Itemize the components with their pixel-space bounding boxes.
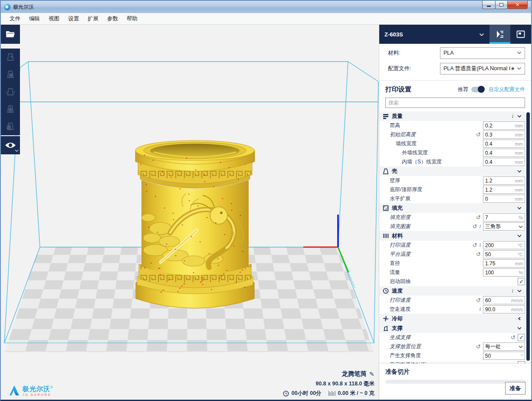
reset-icon[interactable]: ↺ xyxy=(476,251,481,257)
reset-icon[interactable]: ↺ xyxy=(473,224,477,229)
setting-input[interactable]: 200°C xyxy=(483,241,525,249)
chevron-down-icon[interactable] xyxy=(15,146,19,154)
printer-selector[interactable]: Z-603S xyxy=(379,25,489,44)
profile-label: 配置文件: xyxy=(388,65,411,72)
section-header-support[interactable]: 支撑 xyxy=(379,323,525,333)
menu-bar: 文件编辑视图设置扩展参数帮助 xyxy=(1,13,531,25)
section-header-speed[interactable]: 速度i xyxy=(379,286,525,296)
setting-row: 流量100% xyxy=(379,268,525,277)
chevron-down-icon[interactable] xyxy=(517,170,522,173)
section-header-cooling[interactable]: 冷却 xyxy=(379,314,525,323)
material-select[interactable]: PLA xyxy=(440,47,525,59)
window-title: 极光尔沃 xyxy=(13,3,34,11)
tool-move-button[interactable] xyxy=(1,49,20,66)
setting-input[interactable]: 90.0mm/s xyxy=(483,305,525,313)
menu-item-4[interactable]: 扩展 xyxy=(83,13,103,25)
menu-item-3[interactable]: 设置 xyxy=(64,13,83,25)
chevron-left-icon[interactable] xyxy=(517,317,522,320)
setting-row: 直径1.75mm xyxy=(379,259,525,268)
chevron-down-icon xyxy=(517,51,522,55)
setting-input[interactable]: 100% xyxy=(483,268,525,277)
setting-row: 墙线宽度0.4mm xyxy=(379,139,525,148)
setting-label: 空走速度 xyxy=(379,306,410,313)
setting-input[interactable]: 0.4mm xyxy=(483,149,525,157)
reset-icon[interactable]: ↺ xyxy=(476,344,481,349)
section-header-material[interactable]: 材料 xyxy=(379,231,525,241)
reset-icon[interactable]: ↺ xyxy=(511,335,516,340)
maximize-button[interactable] xyxy=(495,1,508,9)
open-file-button[interactable] xyxy=(1,25,20,43)
setting-input[interactable]: 7% xyxy=(483,213,525,222)
setting-row: 外墙线宽度0.4mm xyxy=(379,148,525,157)
edit-name-icon[interactable]: ✎ xyxy=(369,371,374,378)
menu-item-1[interactable]: 编辑 xyxy=(25,13,44,25)
info-icon[interactable]: i xyxy=(512,113,513,120)
profile-select[interactable]: PLA 普通质量(PLA Normal Qua ★ xyxy=(440,63,525,75)
reset-icon[interactable]: ↺ xyxy=(476,215,481,220)
panel-header: Z-603S xyxy=(379,25,531,44)
setting-input[interactable]: 0.4mm xyxy=(483,140,525,148)
setting-input[interactable]: 1.2mm xyxy=(483,186,525,194)
viewport-3d[interactable]: 极光尔沃® JG AURORA 龙腾笔筒 ✎ 90.8 x 90.8 x 118… xyxy=(1,25,379,400)
setting-checkbox[interactable]: ✓ xyxy=(518,334,525,341)
recommended-toggle[interactable] xyxy=(471,87,484,92)
setting-input[interactable]: 1.75mm xyxy=(483,259,525,267)
setting-input[interactable]: 0mm xyxy=(483,195,525,203)
print-settings-header: 打印设置 推荐 自定义配置文件 xyxy=(379,81,531,97)
tab-prepare-slice[interactable] xyxy=(489,25,510,44)
reset-icon[interactable]: ↺ xyxy=(473,242,477,248)
info-icon[interactable]: i xyxy=(479,306,481,313)
setting-input[interactable]: 60mm/s xyxy=(483,296,525,304)
print-settings-title: 打印设置 xyxy=(385,85,458,94)
tab-preview[interactable] xyxy=(510,25,531,44)
material-label: 材料: xyxy=(388,49,400,57)
setting-dropdown[interactable]: 每一处 xyxy=(483,342,525,351)
setting-input[interactable]: 0.4mm xyxy=(483,158,525,166)
model-info: 龙腾笔筒 ✎ 90.8 x 90.8 x 118.0 毫米 00小时 00分 0… xyxy=(283,368,374,397)
prepare-slice-title: 准备切片 xyxy=(385,368,525,376)
setting-checkbox[interactable]: ✓ xyxy=(518,278,525,285)
section-header-shell[interactable]: 壳 xyxy=(379,166,525,176)
setting-input[interactable]: 50°C xyxy=(483,250,525,258)
setting-input[interactable]: 0.2mm xyxy=(483,121,525,130)
setting-input[interactable]: 50° xyxy=(483,352,525,360)
menu-item-2[interactable]: 视图 xyxy=(44,13,64,25)
section-header-quality[interactable]: 质量i xyxy=(379,111,525,121)
section-header-infill[interactable]: 填充 xyxy=(379,203,525,213)
tool-rotate-button[interactable] xyxy=(1,83,20,101)
setting-row: 产生支撑角度50° xyxy=(379,351,525,360)
setting-row: 填充图案↺i三角形 xyxy=(379,222,525,231)
setting-row: 开启支撑接触面 xyxy=(379,360,525,363)
tool-mirror-button[interactable] xyxy=(1,101,20,118)
custom-profile-link[interactable]: 自定义配置文件 xyxy=(489,86,525,93)
setting-dropdown[interactable]: 三角形 xyxy=(483,222,525,231)
tool-per-model-settings-button[interactable] xyxy=(1,118,20,135)
app-window: 极光尔沃 ✕ 文件编辑视图设置扩展参数帮助 xyxy=(0,0,532,401)
minimize-button[interactable] xyxy=(482,1,496,9)
setting-label: 填充密度 xyxy=(379,214,410,221)
prepare-button[interactable]: 准备 xyxy=(505,382,525,394)
menu-item-6[interactable]: 帮助 xyxy=(122,13,142,25)
menu-item-5[interactable]: 参数 xyxy=(103,13,122,25)
info-icon[interactable]: i xyxy=(512,288,513,294)
tool-scale-button[interactable] xyxy=(1,66,20,83)
menu-item-0[interactable]: 文件 xyxy=(5,13,25,25)
close-button[interactable]: ✕ xyxy=(507,1,528,9)
axes-indicator xyxy=(303,215,355,287)
setting-input[interactable]: 0.3mm xyxy=(483,130,525,139)
chevron-down-icon[interactable] xyxy=(517,289,522,293)
setting-input[interactable]: 1.2mm xyxy=(483,176,525,185)
scrollbar-thumb[interactable] xyxy=(526,112,530,361)
model-dragon-pen-holder[interactable] xyxy=(135,140,255,308)
chevron-down-icon[interactable] xyxy=(517,206,522,210)
chevron-down-icon[interactable] xyxy=(517,114,522,118)
search-input[interactable] xyxy=(385,98,525,108)
reset-icon[interactable]: ↺ xyxy=(476,132,481,137)
chevron-down-icon[interactable] xyxy=(517,234,522,238)
titlebar: 极光尔沃 ✕ xyxy=(1,1,531,13)
reset-icon[interactable]: ↺ xyxy=(476,297,481,303)
info-icon[interactable]: i xyxy=(479,242,481,248)
info-icon[interactable]: i xyxy=(479,223,481,230)
chevron-down-icon[interactable] xyxy=(517,326,522,330)
search-box xyxy=(385,98,525,108)
